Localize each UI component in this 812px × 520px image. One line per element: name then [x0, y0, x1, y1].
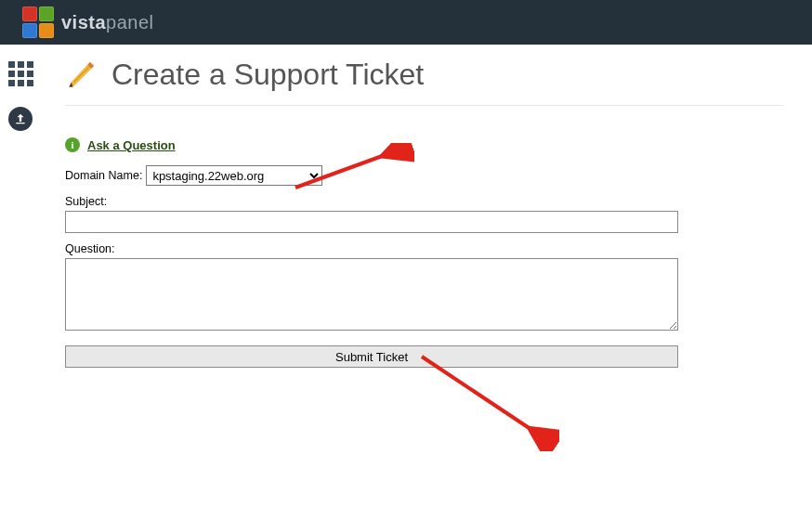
- brand-logo[interactable]: vistapanel: [22, 6, 154, 38]
- domain-label: Domain Name:: [65, 169, 142, 182]
- subject-input[interactable]: [65, 211, 678, 233]
- logo-squares-icon: [22, 6, 54, 38]
- page-title-row: Create a Support Ticket: [65, 58, 784, 106]
- question-label: Question:: [65, 242, 784, 255]
- subject-label: Subject:: [65, 195, 784, 208]
- pencil-icon: [65, 59, 97, 91]
- upload-icon[interactable]: [8, 107, 33, 131]
- apps-grid-icon[interactable]: [8, 61, 33, 86]
- domain-select[interactable]: kpstaging.22web.org: [146, 165, 322, 186]
- left-sidebar: [0, 45, 41, 520]
- svg-line-5: [422, 357, 550, 442]
- submit-ticket-button[interactable]: Submit Ticket: [65, 345, 678, 368]
- main-content: Create a Support Ticket i Ask a Question…: [41, 45, 812, 520]
- ask-question-row: i Ask a Question: [65, 137, 784, 152]
- info-icon: i: [65, 137, 80, 152]
- top-header: vistapanel: [0, 0, 812, 45]
- question-textarea[interactable]: [65, 258, 678, 331]
- ask-question-link[interactable]: Ask a Question: [87, 138, 176, 152]
- svg-line-3: [74, 66, 90, 82]
- page-title: Create a Support Ticket: [111, 58, 424, 92]
- brand-text: vistapanel: [61, 12, 154, 33]
- domain-row: Domain Name: kpstaging.22web.org: [65, 165, 784, 186]
